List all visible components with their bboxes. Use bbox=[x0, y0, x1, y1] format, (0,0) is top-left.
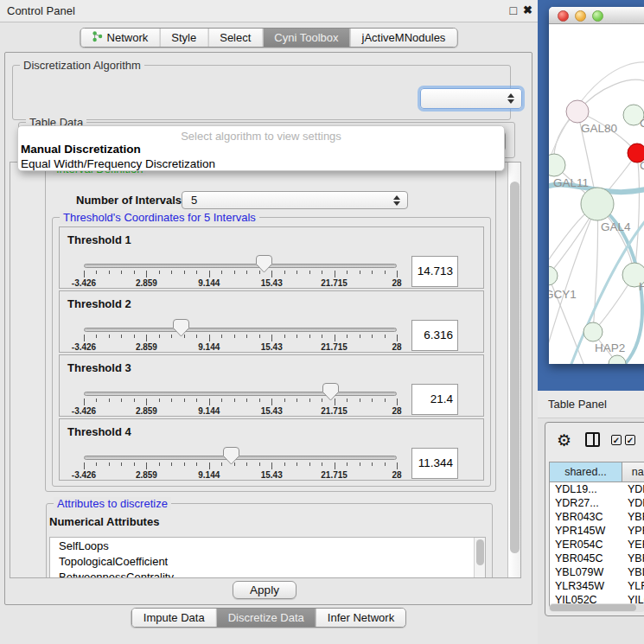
close-icon[interactable]: ✖ bbox=[523, 3, 532, 16]
zoom-traffic-light-icon[interactable] bbox=[592, 10, 603, 22]
tab-discretize-data[interactable]: Discretize Data bbox=[216, 609, 316, 627]
table-row[interactable]: YDR27...YDR2 bbox=[550, 496, 644, 510]
table-row[interactable]: YBR045CYBR0 bbox=[550, 552, 644, 565]
tab-infer-network[interactable]: Infer Network bbox=[316, 609, 405, 627]
table-row[interactable]: YPR145WYPR1 bbox=[550, 524, 644, 538]
algorithm-option[interactable]: Equal Width/Frequency Discretization bbox=[21, 157, 215, 170]
cell-name: YBL0 bbox=[622, 565, 644, 579]
network-node-gal4[interactable] bbox=[581, 188, 614, 220]
network-node-gcy1[interactable] bbox=[549, 266, 558, 285]
cell-name: YBR0 bbox=[622, 510, 644, 524]
tab-select[interactable]: Select bbox=[207, 29, 262, 47]
number-of-intervals-combobox[interactable]: 5 bbox=[182, 191, 408, 209]
tick-mark bbox=[246, 462, 247, 466]
tab-impute-data[interactable]: Impute Data bbox=[132, 609, 216, 627]
checkbox-icon[interactable]: ✓ bbox=[611, 435, 622, 445]
tick-mark bbox=[385, 462, 386, 466]
tab-label: Impute Data bbox=[143, 611, 205, 624]
threshold-value-field[interactable]: 21.4 bbox=[411, 384, 458, 415]
minimize-traffic-light-icon[interactable] bbox=[575, 10, 586, 22]
tick-mark bbox=[96, 462, 97, 466]
scale-label: 21.715 bbox=[321, 342, 348, 352]
float-window-icon[interactable]: □ bbox=[510, 3, 517, 17]
attribute-list-item[interactable]: TopologicalCoefficient bbox=[50, 553, 485, 569]
tick-mark bbox=[159, 399, 160, 402]
tick-mark bbox=[196, 335, 197, 338]
slider-scale-labels: -3.4262.8599.14415.4321.71528 bbox=[84, 278, 397, 289]
tick-mark bbox=[221, 271, 222, 274]
tick-mark bbox=[84, 271, 85, 277]
apply-button[interactable]: Apply bbox=[233, 581, 296, 599]
threshold-list: Threshold 1-3.4262.8599.14415.4321.71528… bbox=[59, 226, 484, 482]
tick-mark bbox=[296, 399, 297, 402]
node-table: shared... name YDL19...YDL1YDR27...YDR2Y… bbox=[549, 462, 644, 607]
table-row[interactable]: YER054CYER0 bbox=[550, 538, 644, 552]
scale-label: 15.43 bbox=[261, 278, 283, 288]
threshold-value-field[interactable]: 14.713 bbox=[411, 256, 458, 287]
slider-scale-labels: -3.4262.8599.14415.4321.71528 bbox=[84, 342, 397, 353]
settings-scrollbar[interactable] bbox=[507, 163, 520, 577]
network-node[interactable] bbox=[609, 355, 626, 364]
attribute-list-item[interactable]: BetweennessCentrality bbox=[50, 569, 485, 578]
tab-style[interactable]: Style bbox=[159, 29, 207, 47]
column-header-shared-name[interactable]: shared... bbox=[550, 462, 622, 481]
threshold-value-field[interactable]: 11.344 bbox=[411, 448, 458, 479]
table-panel-card: ⚙ ✓ ✓ shared... name YDL19...YDL1YDR27..… bbox=[545, 422, 644, 616]
slider-track[interactable] bbox=[84, 264, 397, 268]
slider-track[interactable] bbox=[84, 456, 397, 460]
node-label: GAL80 bbox=[581, 122, 617, 135]
control-panel: Control Panel □ ✖ NetworkStyleSelectCyni… bbox=[0, 0, 538, 644]
threshold-value-field[interactable]: 6.316 bbox=[411, 320, 458, 351]
network-edge[interactable] bbox=[625, 285, 642, 364]
numerical-attributes-list[interactable]: SelfLoopsTopologicalCoefficientBetweenne… bbox=[49, 537, 486, 578]
tick-mark bbox=[309, 335, 310, 338]
checkbox-icon[interactable]: ✓ bbox=[625, 435, 635, 445]
group-title: Discretization Algorithm bbox=[20, 59, 144, 72]
table-row[interactable]: YLR345WYLR3 bbox=[550, 579, 644, 593]
attribute-list-item[interactable]: SelfLoops bbox=[50, 538, 485, 553]
network-edge[interactable] bbox=[634, 153, 640, 275]
tick-mark bbox=[171, 462, 172, 466]
algorithm-option[interactable]: Manual Discretization bbox=[21, 143, 141, 156]
numerical-attributes-label: Numerical Attributes bbox=[49, 515, 159, 528]
network-node-hap2[interactable] bbox=[583, 322, 603, 341]
tick-mark bbox=[296, 335, 297, 338]
tick-mark bbox=[196, 399, 197, 402]
gear-icon[interactable]: ⚙ bbox=[557, 430, 571, 450]
number-of-intervals-value: 5 bbox=[191, 194, 197, 207]
table-row[interactable]: YBR043CYBR0 bbox=[550, 510, 644, 524]
tab-network[interactable]: Network bbox=[81, 29, 160, 47]
table-row[interactable]: YBL079WYBL0 bbox=[550, 565, 644, 579]
network-node-gal80[interactable] bbox=[566, 100, 589, 123]
scale-label: 9.144 bbox=[198, 342, 220, 352]
scale-label: 2.859 bbox=[136, 342, 157, 352]
slider-thumb[interactable] bbox=[322, 383, 339, 405]
scale-label: 28 bbox=[392, 470, 401, 480]
tick-mark bbox=[184, 399, 185, 402]
column-header-name[interactable]: name bbox=[622, 462, 644, 481]
network-canvas[interactable]: GAL80GCGAL11GAL4GCY1HHAP2 bbox=[549, 24, 644, 364]
table-horizontal-scrollbar[interactable] bbox=[549, 603, 644, 612]
tab-cyni-toolbox[interactable]: Cyni Toolbox bbox=[262, 29, 349, 47]
slider-track[interactable] bbox=[84, 392, 397, 396]
slider-thumb[interactable] bbox=[223, 447, 239, 469]
algorithm-combobox[interactable] bbox=[420, 88, 522, 109]
attributes-scrollbar[interactable] bbox=[474, 538, 485, 578]
table-row[interactable]: YDL19...YDL1 bbox=[550, 482, 644, 496]
column-split-icon[interactable] bbox=[585, 432, 600, 447]
tab-jactivemnodules[interactable]: jActiveMNodules bbox=[350, 29, 457, 47]
close-traffic-light-icon[interactable] bbox=[558, 10, 569, 22]
tick-mark bbox=[146, 271, 147, 277]
slider-thumb[interactable] bbox=[173, 319, 189, 341]
node-label: GCY1 bbox=[549, 288, 577, 301]
slider-scale-labels: -3.4262.8599.14415.4321.71528 bbox=[84, 470, 397, 481]
cell-name: YER0 bbox=[622, 538, 644, 552]
slider-thumb[interactable] bbox=[256, 255, 272, 277]
tick-mark bbox=[221, 335, 222, 338]
scale-label: -3.426 bbox=[72, 470, 96, 480]
tick-mark bbox=[259, 335, 260, 338]
tick-mark bbox=[360, 462, 360, 466]
slider-track[interactable] bbox=[84, 328, 397, 332]
network-window[interactable]: GAL80GCGAL11GAL4GCY1HHAP2 bbox=[549, 7, 644, 364]
node-label: H bbox=[639, 280, 644, 293]
